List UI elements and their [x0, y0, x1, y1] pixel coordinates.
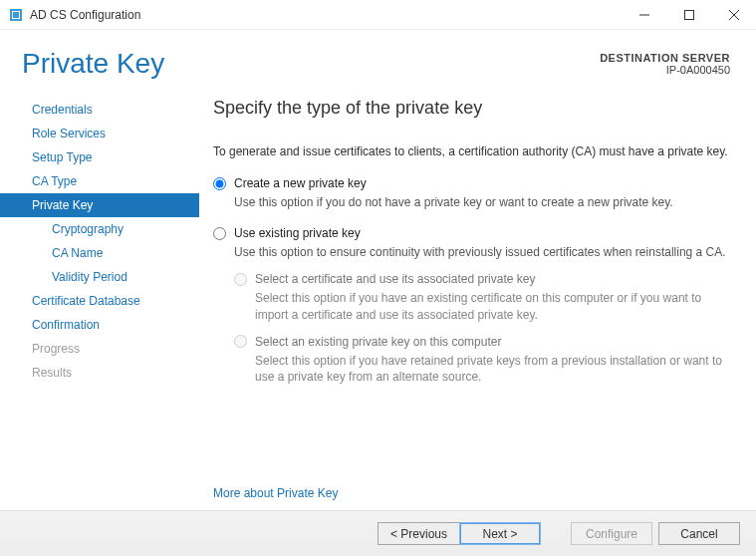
option-create-new: Create a new private key Use this option… — [213, 174, 730, 210]
intro-text: To generate and issue certificates to cl… — [213, 144, 730, 158]
radio-use-existing-label: Use existing private key — [234, 226, 361, 240]
radio-use-existing-input[interactable] — [213, 227, 226, 240]
option-use-existing: Use existing private key Use this option… — [213, 224, 730, 385]
configure-button[interactable]: Configure — [571, 522, 652, 545]
radio-select-key-label: Select an existing private key on this c… — [255, 335, 501, 349]
page-title: Private Key — [22, 48, 164, 80]
sidebar-step-progress: Progress — [0, 337, 199, 361]
radio-select-key-desc: Select this option if you have retained … — [255, 353, 730, 385]
main-panel: Specify the type of the private key To g… — [199, 90, 756, 510]
sidebar-step-private-key[interactable]: Private Key — [0, 193, 199, 217]
sidebar-step-cryptography[interactable]: Cryptography — [0, 217, 199, 241]
minimize-button[interactable] — [622, 0, 666, 30]
sidebar-step-ca-type[interactable]: CA Type — [0, 169, 199, 193]
main-heading: Specify the type of the private key — [213, 98, 730, 119]
destination-value: IP-0A000450 — [600, 64, 730, 76]
radio-create-new-label: Create a new private key — [234, 176, 367, 190]
sidebar-step-confirmation[interactable]: Confirmation — [0, 313, 199, 337]
app-icon — [8, 7, 24, 23]
previous-button[interactable]: < Previous — [378, 522, 459, 545]
close-button[interactable] — [711, 0, 756, 30]
more-about-link[interactable]: More about Private Key — [213, 466, 730, 500]
destination-label: DESTINATION SERVER — [600, 52, 730, 64]
maximize-button[interactable] — [666, 0, 711, 30]
sidebar-step-setup-type[interactable]: Setup Type — [0, 145, 199, 169]
window-title: AD CS Configuration — [30, 8, 622, 22]
radio-create-new[interactable]: Create a new private key — [213, 174, 730, 192]
titlebar: AD CS Configuration — [0, 0, 756, 30]
sidebar-step-credentials[interactable]: Credentials — [0, 98, 199, 122]
sidebar: CredentialsRole ServicesSetup TypeCA Typ… — [0, 90, 199, 510]
radio-select-cert[interactable]: Select a certificate and use its associa… — [234, 270, 730, 288]
footer: < Previous Next > Configure Cancel — [0, 510, 756, 556]
svg-rect-4 — [684, 10, 693, 19]
radio-select-cert-input[interactable] — [234, 273, 247, 286]
sub-option-select-cert: Select a certificate and use its associa… — [234, 270, 730, 322]
radio-select-key[interactable]: Select an existing private key on this c… — [234, 333, 730, 351]
body: CredentialsRole ServicesSetup TypeCA Typ… — [0, 90, 756, 510]
sidebar-step-ca-name[interactable]: CA Name — [0, 241, 199, 265]
sidebar-step-certificate-database[interactable]: Certificate Database — [0, 289, 199, 313]
sub-option-select-key: Select an existing private key on this c… — [234, 333, 730, 385]
next-button[interactable]: Next > — [459, 522, 541, 545]
radio-select-cert-desc: Select this option if you have an existi… — [255, 290, 730, 322]
sidebar-step-role-services[interactable]: Role Services — [0, 122, 199, 145]
sidebar-step-validity-period[interactable]: Validity Period — [0, 265, 199, 289]
header: Private Key DESTINATION SERVER IP-0A0004… — [0, 30, 756, 90]
window-controls — [622, 0, 756, 30]
sidebar-step-results: Results — [0, 361, 199, 385]
radio-use-existing[interactable]: Use existing private key — [213, 224, 730, 242]
radio-use-existing-desc: Use this option to ensure continuity wit… — [234, 244, 730, 260]
radio-select-cert-label: Select a certificate and use its associa… — [255, 272, 535, 286]
destination-server: DESTINATION SERVER IP-0A000450 — [600, 48, 730, 80]
radio-create-new-desc: Use this option if you do not have a pri… — [234, 194, 730, 210]
radio-create-new-input[interactable] — [213, 177, 226, 190]
radio-select-key-input[interactable] — [234, 335, 247, 348]
svg-rect-2 — [13, 12, 19, 18]
cancel-button[interactable]: Cancel — [658, 522, 740, 545]
